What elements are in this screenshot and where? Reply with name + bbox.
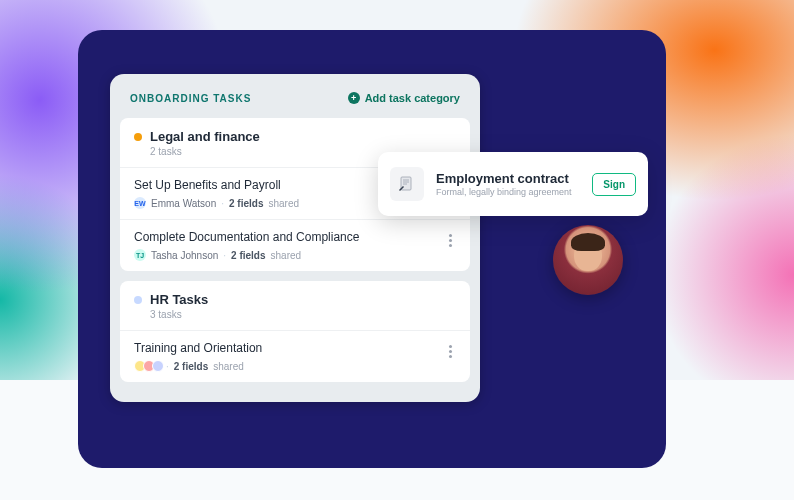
fields-count: 2 fields — [231, 250, 265, 261]
card-title: Employment contract — [436, 171, 580, 186]
assignee-avatar-stack — [134, 360, 161, 372]
shared-label: shared — [271, 250, 302, 261]
sign-button[interactable]: Sign — [592, 173, 636, 196]
shared-label: shared — [268, 198, 299, 209]
plus-icon: + — [348, 92, 360, 104]
assignee-avatar: EW — [134, 197, 146, 209]
card-subtitle: Formal, legally binding agreement — [436, 187, 580, 197]
task-title: Complete Documentation and Compliance — [134, 230, 443, 244]
separator: · — [166, 361, 169, 372]
more-icon[interactable] — [443, 341, 458, 362]
section-color-dot — [134, 296, 142, 304]
task-row[interactable]: Complete Documentation and Compliance TJ… — [120, 219, 470, 271]
task-title: Training and Orientation — [134, 341, 443, 355]
add-task-category-label: Add task category — [365, 92, 460, 104]
fields-count: 2 fields — [229, 198, 263, 209]
separator: · — [221, 198, 224, 209]
task-meta: · 2 fields shared — [134, 360, 443, 372]
separator: · — [223, 250, 226, 261]
user-avatar[interactable] — [553, 225, 623, 295]
assignee-avatar: TJ — [134, 249, 146, 261]
section-header[interactable]: HR Tasks 3 tasks — [120, 281, 470, 330]
document-pen-icon — [390, 167, 424, 201]
employment-contract-card[interactable]: Employment contract Formal, legally bind… — [378, 152, 648, 216]
add-task-category-button[interactable]: + Add task category — [348, 92, 460, 104]
more-icon[interactable] — [443, 230, 458, 251]
task-meta: TJ Tasha Johnson · 2 fields shared — [134, 249, 443, 261]
shared-label: shared — [213, 361, 244, 372]
section-task-count: 3 tasks — [150, 309, 456, 320]
assignee-name: Tasha Johnson — [151, 250, 218, 261]
assignee-name: Emma Watson — [151, 198, 216, 209]
panel-title: ONBOARDING TASKS — [130, 93, 251, 104]
task-row[interactable]: Training and Orientation · 2 fields shar… — [120, 330, 470, 382]
section-hr-tasks: HR Tasks 3 tasks Training and Orientatio… — [120, 281, 470, 382]
section-title: Legal and finance — [150, 129, 260, 144]
app-canvas: ONBOARDING TASKS + Add task category Leg… — [78, 30, 666, 468]
panel-header: ONBOARDING TASKS + Add task category — [120, 82, 470, 118]
onboarding-panel: ONBOARDING TASKS + Add task category Leg… — [110, 74, 480, 402]
section-title: HR Tasks — [150, 292, 208, 307]
fields-count: 2 fields — [174, 361, 208, 372]
section-color-dot — [134, 133, 142, 141]
